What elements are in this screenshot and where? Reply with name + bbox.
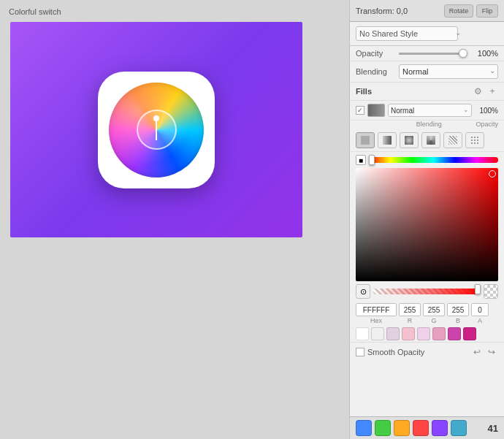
- canvas-area: Colorful switch: [0, 0, 349, 439]
- g-input[interactable]: [423, 303, 445, 316]
- app-icon: [98, 72, 215, 188]
- fill-opacity-label: Opacity: [476, 121, 498, 128]
- shared-style-row: No Shared Style: [356, 26, 498, 41]
- fills-header: Fills ⚙ +: [350, 83, 504, 101]
- a-input-group: A: [471, 303, 489, 324]
- opacity-row: Opacity 100%: [350, 46, 504, 61]
- opacity-thumb[interactable]: [459, 49, 467, 58]
- canvas-content: [10, 22, 302, 237]
- picker-bottom: ⊙: [356, 284, 498, 299]
- white-swatch[interactable]: [356, 327, 369, 340]
- hot-pink-swatch[interactable]: [463, 327, 476, 340]
- hue-row: ■: [356, 155, 498, 165]
- icon-center: [137, 110, 177, 150]
- color-gradient-box[interactable]: [356, 168, 498, 281]
- page-count: 41: [488, 423, 498, 434]
- smooth-opacity-label: Smooth Opacity: [367, 348, 424, 356]
- opacity-track: [399, 53, 467, 55]
- opacity-strip-thumb[interactable]: [475, 284, 481, 294]
- fill-opacity-value: 100%: [475, 107, 498, 115]
- hue-thumb[interactable]: [369, 155, 375, 165]
- gradient-radial-button[interactable]: [400, 132, 419, 148]
- opacity-strip: [373, 289, 481, 294]
- style-section: No Shared Style: [350, 22, 504, 46]
- gradient-linear-button[interactable]: [378, 132, 397, 148]
- shared-style-select[interactable]: No Shared Style: [356, 26, 458, 41]
- blending-label: Blending: [356, 67, 396, 76]
- redo-button[interactable]: ↪: [485, 346, 498, 359]
- fill-type-row: [350, 129, 504, 152]
- noise-fill-button[interactable]: [465, 132, 484, 148]
- lavender-swatch[interactable]: [386, 327, 400, 340]
- fills-add-button[interactable]: +: [486, 85, 498, 97]
- light-gray-swatch[interactable]: [371, 327, 384, 340]
- flip-button[interactable]: Flip: [476, 4, 498, 18]
- blue-color-button[interactable]: [356, 420, 372, 436]
- b-input[interactable]: [447, 303, 469, 316]
- r-input[interactable]: [399, 303, 421, 316]
- a-label: A: [478, 317, 482, 324]
- smooth-row: Smooth Opacity ↩ ↪: [350, 342, 504, 362]
- right-panel: Transform: 0,0 Rotate Flip No Shared Sty…: [349, 0, 504, 439]
- a-input[interactable]: [471, 303, 489, 316]
- gradient-crosshair: [489, 170, 496, 177]
- pattern-fill-button[interactable]: [443, 132, 462, 148]
- opacity-value: 100%: [470, 49, 498, 58]
- undo-button[interactable]: ↩: [470, 346, 484, 359]
- fill-color-swatch[interactable]: [367, 104, 385, 117]
- magenta-swatch[interactable]: [448, 327, 461, 340]
- fill-checkbox[interactable]: [356, 106, 364, 115]
- fills-title: Fills: [356, 87, 372, 96]
- rose-swatch[interactable]: [417, 327, 430, 340]
- blending-row: Blending Normal Multiply Screen Overlay: [350, 61, 504, 83]
- icon-line: [156, 120, 157, 140]
- hex-input-group: Hex: [356, 303, 397, 324]
- panel-header-title: Transform: 0,0: [356, 7, 408, 15]
- purple-color-button[interactable]: [432, 420, 448, 436]
- hex-label: Hex: [370, 317, 382, 324]
- fills-icons: ⚙ +: [472, 85, 498, 97]
- opacity-label: Opacity: [356, 49, 396, 58]
- r-input-group: R: [399, 303, 421, 324]
- icon-inner: [109, 83, 204, 177]
- green-color-button[interactable]: [375, 420, 391, 436]
- fill-labels: Blending Opacity: [350, 121, 504, 129]
- shared-style-select-wrapper[interactable]: No Shared Style: [356, 26, 464, 41]
- color-values: Hex R G B A: [350, 302, 504, 326]
- smooth-opacity-checkbox[interactable]: [356, 348, 364, 356]
- eyedropper-button[interactable]: ⊙: [356, 284, 370, 299]
- fill-blend-select[interactable]: Normal Multiply Screen: [388, 104, 472, 117]
- solid-fill-button[interactable]: [356, 132, 375, 148]
- hue-strip-wrapper[interactable]: [369, 155, 498, 165]
- hue-strip: [369, 157, 498, 163]
- checker-button[interactable]: [484, 284, 498, 299]
- smooth-arrows: ↩ ↪: [470, 346, 498, 359]
- fill-blend-label: Blending: [385, 121, 473, 128]
- opacity-slider[interactable]: [399, 49, 467, 58]
- r-label: R: [408, 317, 413, 324]
- g-label: G: [431, 317, 436, 324]
- header-actions: Rotate Flip: [444, 4, 498, 18]
- b-input-group: B: [447, 303, 469, 324]
- red-color-button[interactable]: [413, 420, 429, 436]
- g-input-group: G: [423, 303, 445, 324]
- blend-select[interactable]: Normal Multiply Screen Overlay: [399, 64, 498, 79]
- pink-swatch[interactable]: [402, 327, 415, 340]
- rotate-button[interactable]: Rotate: [444, 4, 473, 18]
- orange-color-button[interactable]: [394, 420, 410, 436]
- fill-row: Normal Multiply Screen 100%: [350, 101, 504, 121]
- color-picker: ■ ⊙: [350, 152, 504, 302]
- blend-select-wrapper[interactable]: Normal Multiply Screen Overlay: [399, 64, 498, 79]
- panel-header: Transform: 0,0 Rotate Flip: [350, 0, 504, 22]
- fill-blend-wrapper[interactable]: Normal Multiply Screen: [388, 104, 472, 117]
- b-label: B: [456, 317, 460, 324]
- bottom-toolbar: 41: [350, 416, 504, 439]
- gradient-angular-button[interactable]: [421, 132, 440, 148]
- teal-color-button[interactable]: [451, 420, 467, 436]
- hex-input[interactable]: [356, 303, 397, 316]
- dark-pink-swatch[interactable]: [432, 327, 446, 340]
- hex-mode-toggle[interactable]: ■: [356, 155, 366, 165]
- fills-gear-icon[interactable]: ⚙: [472, 85, 484, 97]
- opacity-strip-wrapper[interactable]: [373, 286, 481, 297]
- opacity-fill: [399, 53, 467, 55]
